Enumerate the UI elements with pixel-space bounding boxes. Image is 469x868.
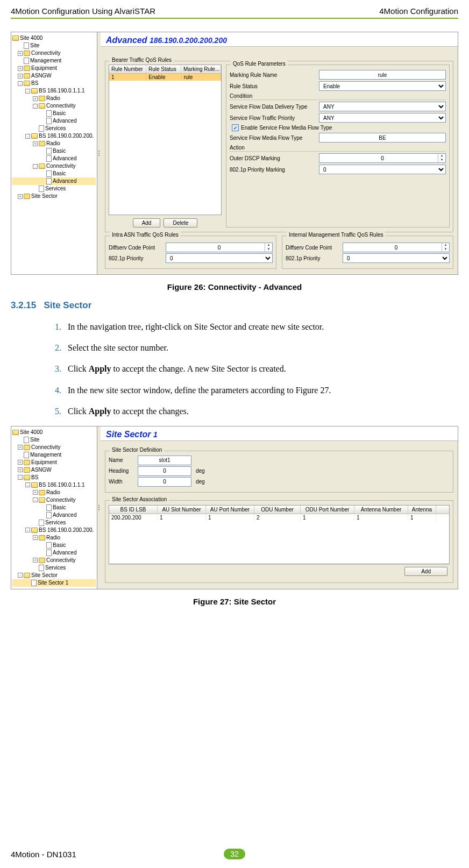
sf-traffic-priority-select[interactable]: ANY — [319, 113, 446, 123]
folder-icon — [39, 497, 45, 503]
tree-item[interactable]: Basic — [12, 147, 96, 155]
tree-item[interactable]: -BS — [12, 80, 96, 87]
tree-item[interactable]: Basic — [12, 110, 96, 117]
delete-button[interactable]: Delete — [164, 218, 197, 227]
rules-table-row[interactable]: 1 Enable rule — [109, 74, 221, 81]
assoc-table[interactable]: BS ID LSB AU Slot Number AU Port Number … — [109, 505, 450, 564]
add-button[interactable]: Add — [133, 218, 161, 227]
tree-item[interactable]: Advanced — [12, 155, 96, 162]
tree-item[interactable]: +Radio — [12, 140, 96, 147]
marking-rule-name-input[interactable] — [319, 70, 446, 80]
expand-icon[interactable]: + — [33, 535, 38, 540]
tree-item[interactable]: +ASNGW — [12, 466, 96, 474]
expand-icon[interactable]: + — [18, 467, 23, 472]
expand-icon[interactable]: + — [33, 558, 38, 563]
collapse-icon[interactable]: - — [18, 81, 23, 86]
tree-item[interactable]: Site — [12, 436, 96, 444]
tree-item[interactable]: Basic — [12, 170, 96, 177]
heading-unit: deg — [196, 468, 205, 474]
tree-item[interactable]: -Connectivity — [12, 102, 96, 110]
tree-item[interactable]: Site — [12, 42, 96, 49]
outer-dscp-spinner[interactable]: 0▲▼ — [319, 153, 446, 163]
tree-item[interactable]: Basic — [12, 504, 96, 511]
tree-item[interactable]: Advanced — [12, 549, 96, 557]
collapse-icon[interactable]: - — [18, 573, 23, 578]
sf-data-delivery-select[interactable]: ANY — [319, 102, 446, 111]
fig27-screenshot: Site 4000Site+ConnectivityManagement+Equ… — [11, 426, 458, 589]
tree-item[interactable]: -Connectivity — [12, 496, 96, 504]
8021p-marking-select[interactable]: 0 — [319, 165, 446, 174]
width-input[interactable] — [138, 477, 191, 487]
tree-item-label: BS 186.190.0.200.200. — [39, 132, 94, 140]
expand-icon[interactable]: + — [18, 66, 23, 71]
tree-item-selected[interactable]: Advanced — [12, 177, 96, 185]
assoc-add-button[interactable]: Add — [404, 567, 447, 576]
heading-input[interactable] — [138, 466, 191, 476]
internal-8021p-select[interactable]: 0 — [343, 253, 450, 263]
tree-item[interactable]: +Connectivity — [12, 49, 96, 57]
intra-dscp-spinner[interactable]: 0▲▼ — [166, 243, 273, 252]
tree-item[interactable]: -BS 186.190.0.1.1.1 — [12, 481, 96, 489]
tree-item[interactable]: -Site Sector — [12, 572, 96, 579]
collapse-icon[interactable]: - — [25, 134, 30, 139]
tree-item[interactable]: Site 4000 — [12, 34, 96, 42]
tree-item[interactable]: Site 4000 — [12, 429, 96, 436]
expand-icon[interactable]: + — [18, 51, 23, 56]
internal-dscp-spinner[interactable]: 0▲▼ — [343, 243, 450, 252]
tree-item-label: Site Sector 1 — [38, 579, 68, 587]
collapse-icon[interactable]: - — [25, 89, 30, 94]
tree-item[interactable]: +Connectivity — [12, 444, 96, 451]
tree-item[interactable]: +Site Sector — [12, 193, 96, 200]
collapse-icon[interactable]: - — [25, 482, 30, 487]
enable-sf-checkbox[interactable]: ✓ — [232, 124, 239, 131]
name-input[interactable] — [138, 456, 191, 465]
expand-icon[interactable]: + — [18, 74, 23, 79]
rule-status-select[interactable]: Enable — [319, 81, 446, 91]
intra-asn-fieldset: Intra ASN Traffic QoS Rules Diffserv Cod… — [105, 236, 276, 269]
sf-media-flow-input[interactable] — [319, 133, 446, 143]
tree-item[interactable]: Basic — [12, 542, 96, 549]
folder-icon — [24, 445, 30, 450]
nav-tree[interactable]: Site 4000Site+ConnectivityManagement+Equ… — [11, 32, 97, 274]
expand-icon[interactable]: + — [33, 96, 38, 101]
page-icon — [24, 42, 29, 49]
tree-item[interactable]: Advanced — [12, 511, 96, 519]
tree-item[interactable]: -BS 186.190.0.1.1.1 — [12, 87, 96, 95]
tree-item[interactable]: Management — [12, 451, 96, 459]
tree-item[interactable]: Advanced — [12, 117, 96, 125]
sf-media-flow-label: Service Flow Media Flow Type — [230, 135, 316, 141]
tree-item-selected[interactable]: Site Sector 1 — [12, 579, 96, 587]
expand-icon[interactable]: + — [33, 490, 38, 495]
expand-icon[interactable]: + — [18, 194, 23, 199]
nav-tree-2[interactable]: Site 4000Site+ConnectivityManagement+Equ… — [11, 426, 97, 589]
tree-item[interactable]: Services — [12, 519, 96, 527]
tree-item[interactable]: +Connectivity — [12, 557, 96, 564]
intra-8021p-select[interactable]: 0 — [166, 253, 273, 263]
tree-item[interactable]: Services — [12, 125, 96, 132]
collapse-icon[interactable]: - — [25, 528, 30, 532]
expand-icon[interactable]: + — [33, 141, 38, 146]
collapse-icon[interactable]: - — [33, 164, 38, 169]
tree-item[interactable]: +ASNGW — [12, 72, 96, 80]
folder-icon — [39, 558, 45, 563]
expand-icon[interactable]: + — [18, 460, 23, 465]
collapse-icon[interactable]: - — [33, 497, 38, 502]
tree-item[interactable]: -Connectivity — [12, 162, 96, 170]
assoc-table-row[interactable]: 200.200.200 1 1 2 1 1 1 — [109, 514, 449, 521]
tree-item[interactable]: -BS 186.190.0.200.200. — [12, 527, 96, 534]
tree-item[interactable]: +Radio — [12, 95, 96, 102]
tree-item[interactable]: -BS — [12, 474, 96, 481]
collapse-icon[interactable]: - — [18, 475, 23, 480]
tree-item[interactable]: +Radio — [12, 534, 96, 542]
tree-item[interactable]: -BS 186.190.0.200.200. — [12, 132, 96, 140]
collapse-icon[interactable]: - — [33, 104, 38, 109]
tree-item[interactable]: +Radio — [12, 489, 96, 496]
expand-icon[interactable]: + — [18, 445, 23, 450]
tree-item[interactable]: Services — [12, 185, 96, 193]
tree-item-label: Radio — [46, 534, 60, 542]
tree-item[interactable]: +Equipment — [12, 65, 96, 72]
tree-item[interactable]: +Equipment — [12, 459, 96, 466]
tree-item[interactable]: Services — [12, 564, 96, 572]
rules-table[interactable]: Rule Number Rule Status Marking Rule... … — [109, 65, 222, 215]
tree-item[interactable]: Management — [12, 57, 96, 65]
